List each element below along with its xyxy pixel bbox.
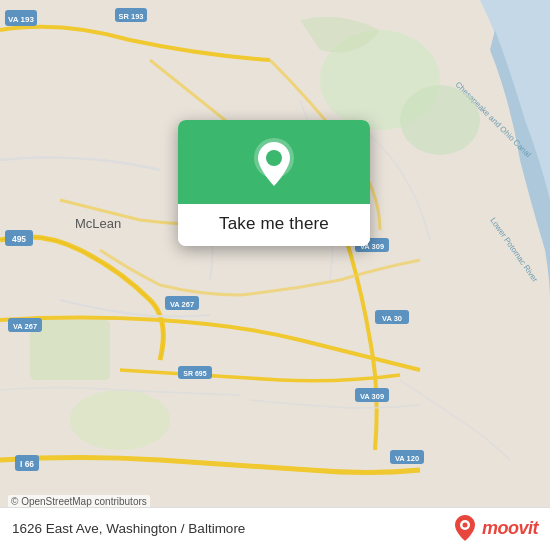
svg-text:VA 193: VA 193	[8, 15, 34, 24]
card-button-area[interactable]: Take me there	[178, 204, 370, 246]
svg-text:VA 267: VA 267	[13, 322, 37, 331]
location-pin-icon	[252, 138, 296, 190]
svg-point-33	[462, 523, 467, 528]
moovit-logo: moovit	[453, 514, 538, 542]
svg-text:I 66: I 66	[20, 459, 34, 469]
svg-point-4	[400, 85, 480, 155]
svg-text:VA 120: VA 120	[395, 454, 419, 463]
map-background: Chesapeake and Ohio Canal Lower Potomac …	[0, 0, 550, 550]
map-container: Chesapeake and Ohio Canal Lower Potomac …	[0, 0, 550, 550]
svg-text:SR 695: SR 695	[183, 370, 206, 377]
svg-text:McLean: McLean	[75, 216, 121, 231]
address-label: 1626 East Ave, Washington / Baltimore	[12, 521, 245, 536]
svg-text:495: 495	[12, 234, 26, 244]
moovit-wordmark: moovit	[482, 518, 538, 539]
svg-text:SR 193: SR 193	[118, 12, 143, 21]
svg-point-31	[266, 150, 282, 166]
svg-text:VA 267: VA 267	[170, 300, 194, 309]
moovit-pin-icon	[453, 514, 477, 542]
bottom-bar: 1626 East Ave, Washington / Baltimore mo…	[0, 507, 550, 550]
svg-text:VA 30: VA 30	[382, 314, 402, 323]
svg-text:VA 309: VA 309	[360, 392, 384, 401]
location-card: Take me there	[178, 120, 370, 246]
svg-point-6	[70, 390, 170, 450]
card-header	[178, 120, 370, 204]
take-me-there-button[interactable]: Take me there	[219, 214, 329, 234]
